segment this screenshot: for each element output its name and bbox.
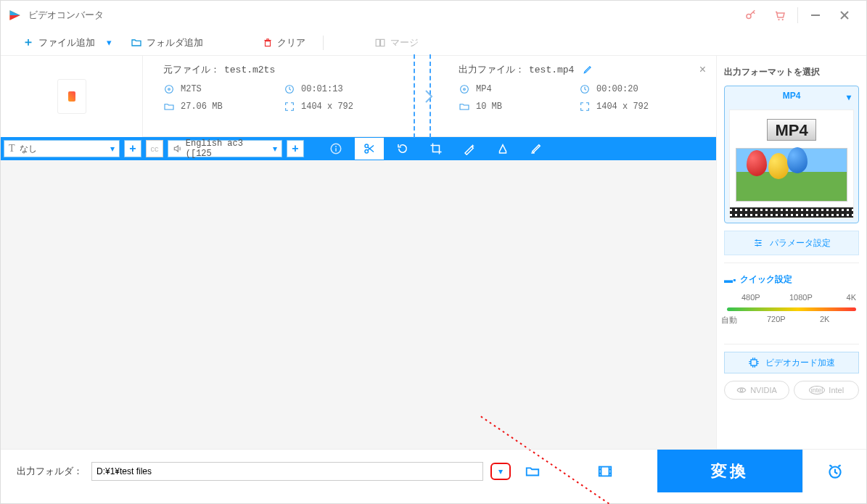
pencil-icon[interactable]: [583, 65, 593, 75]
svg-point-2: [782, 19, 784, 20]
disc-icon: [459, 83, 470, 95]
parameter-settings-button[interactable]: パラメータ設定: [724, 231, 859, 255]
thumbnail[interactable]: [1, 56, 143, 137]
convert-label: 変換: [711, 460, 749, 482]
trash-icon: [263, 37, 273, 49]
minimize-button[interactable]: [801, 1, 830, 30]
chevron-down-icon: ▾: [110, 144, 115, 154]
svg-point-1: [778, 19, 779, 20]
fullscreen-icon: [579, 101, 591, 112]
fullscreen-icon: [284, 101, 295, 112]
sidebar: 出力フォーマットを選択 MP4 ▾ MP4 パラメータ設定 ▬▪: [717, 56, 866, 449]
merge-icon: [374, 38, 386, 48]
close-button[interactable]: [830, 1, 859, 30]
svg-point-0: [747, 15, 751, 19]
svg-point-22: [757, 244, 758, 246]
cart-icon[interactable]: [765, 1, 794, 30]
output-folder-field[interactable]: [91, 462, 483, 481]
sound-icon: [173, 144, 183, 154]
source-filename: test.m2ts: [224, 65, 275, 75]
gpu-accel-button[interactable]: ビデオカード加速: [724, 352, 859, 373]
merge-label: マージ: [390, 36, 419, 49]
svg-point-21: [759, 242, 760, 244]
add-folder-button[interactable]: フォルダ追加: [123, 32, 210, 54]
app-title: ビデオコンバータ: [28, 9, 736, 22]
watermark-icon[interactable]: [488, 138, 517, 160]
folder-icon: [131, 37, 142, 49]
scissors-icon[interactable]: [355, 138, 384, 160]
key-icon[interactable]: [736, 1, 765, 30]
add-file-button[interactable]: ＋ ファイル追加 ▾: [15, 32, 119, 54]
cc-button[interactable]: cc: [146, 140, 163, 157]
svg-rect-6: [376, 39, 379, 46]
gpu-label: ビデオカード加速: [765, 357, 835, 369]
clear-label: クリア: [277, 36, 305, 49]
output-duration: 00:00:20: [596, 84, 638, 94]
source-output-divider: [421, 56, 438, 136]
format-card[interactable]: MP4 ▾ MP4: [724, 86, 859, 223]
output-folder-dropdown[interactable]: ▾: [490, 463, 511, 480]
audio-label: English ac3 ([125: [186, 139, 273, 159]
open-folder-icon[interactable]: [519, 458, 546, 484]
output-path-input[interactable]: [92, 466, 482, 476]
convert-button[interactable]: 変換: [657, 450, 802, 492]
clear-button[interactable]: クリア: [255, 32, 313, 54]
output-info: 出力ファイル： test.mp4 MP4 00:00:20 10 MB 1404…: [438, 56, 716, 136]
clock-icon: [579, 83, 591, 95]
crop-icon[interactable]: [422, 138, 451, 160]
add-folder-label: フォルダ追加: [147, 36, 203, 49]
source-dimensions: 1404 x 792: [301, 102, 353, 112]
add-audio-button[interactable]: +: [287, 140, 304, 157]
format-name: MP4: [783, 91, 801, 101]
output-filename: test.mp4: [529, 65, 574, 75]
file-item: 元ファイル： test.m2ts M2TS 00:01:13 27.06 MB …: [1, 56, 716, 137]
svg-point-20: [756, 239, 757, 241]
intel-logo-icon: intel: [809, 386, 826, 394]
output-format: MP4: [476, 84, 492, 94]
film-icon[interactable]: [592, 458, 618, 484]
subtitle-select[interactable]: T なし ▾: [4, 140, 120, 157]
remove-item-icon[interactable]: ×: [699, 63, 706, 76]
footer: 出力フォルダ： ▾ 変換: [1, 449, 866, 492]
output-prefix: 出力ファイル：: [459, 63, 525, 76]
disc-icon: [163, 83, 175, 95]
rotate-icon[interactable]: [388, 138, 417, 160]
plus-icon: ＋: [22, 35, 34, 50]
svg-point-8: [165, 86, 173, 94]
app-window: ビデオコンバータ ＋ ファイル追加 ▾ フォルダ追加 クリア: [0, 0, 867, 504]
source-prefix: 元ファイル：: [163, 63, 220, 76]
svg-point-15: [335, 146, 337, 147]
titlebar: ビデオコンバータ: [1, 1, 866, 30]
folder-icon: [459, 101, 470, 112]
nvidia-chip[interactable]: NVIDIA: [724, 381, 789, 400]
intel-chip[interactable]: intel Intel: [794, 381, 859, 400]
output-folder-label: 出力フォルダ：: [17, 465, 83, 478]
output-size: 10 MB: [476, 102, 502, 112]
add-file-label: ファイル追加: [38, 36, 95, 49]
clock-icon: [284, 83, 295, 95]
sidebar-title: 出力フォーマットを選択: [724, 66, 859, 78]
sliders-icon: [752, 238, 764, 248]
audio-select[interactable]: English ac3 ([125 ▾: [168, 140, 282, 157]
source-duration: 00:01:13: [301, 84, 343, 94]
chevron-down-icon[interactable]: ▾: [847, 92, 851, 102]
folder-icon: [163, 101, 175, 112]
merge-button[interactable]: マージ: [367, 32, 426, 54]
svg-rect-23: [751, 360, 757, 365]
schedule-button[interactable]: [802, 450, 866, 492]
effects-icon[interactable]: [455, 138, 484, 160]
svg-rect-7: [381, 39, 385, 46]
divider: [323, 36, 324, 50]
format-preview: MP4: [729, 110, 854, 218]
source-format: M2TS: [181, 84, 202, 94]
output-dimensions: 1404 x 792: [596, 102, 649, 112]
alarm-clock-icon: [826, 462, 845, 481]
chevron-down-icon: ▾: [273, 144, 277, 154]
resolution-slider[interactable]: 480P 1080P 4K 自動 720P 2K: [727, 297, 856, 326]
eye-icon: [736, 385, 747, 395]
chevron-down-icon[interactable]: ▾: [107, 37, 112, 48]
svg-point-9: [168, 88, 170, 91]
info-icon[interactable]: [321, 138, 350, 160]
add-subtitle-button[interactable]: +: [124, 140, 141, 157]
edit-icon[interactable]: [522, 138, 551, 160]
